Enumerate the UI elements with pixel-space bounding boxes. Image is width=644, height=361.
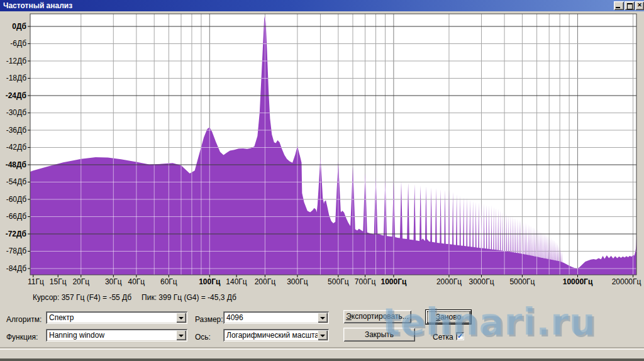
chevron-down-icon[interactable] xyxy=(176,313,186,323)
x-axis-label: 10000Гц xyxy=(563,277,593,286)
y-axis-label: -30Дб xyxy=(6,108,26,117)
plot-border xyxy=(30,14,636,275)
spectrum-chart[interactable]: 0Дб-6Дб-12Дб-18Дб-24Дб-30Дб-36Дб-42Дб-48… xyxy=(0,0,644,291)
x-axis-label: 300Гц xyxy=(287,277,308,286)
y-axis: 0Дб-6Дб-12Дб-18Дб-24Дб-30Дб-36Дб-42Дб-48… xyxy=(6,22,30,273)
y-axis-label: -12Дб xyxy=(6,57,26,65)
spectrum-area xyxy=(30,16,636,275)
gridlines-over-fill xyxy=(30,14,636,275)
x-axis-label: 20Гц xyxy=(72,277,89,286)
restore-button[interactable] xyxy=(625,1,635,10)
close-dialog-button[interactable]: Закрыть xyxy=(343,328,415,342)
y-axis-label: -36Дб xyxy=(6,126,26,135)
algorithm-label: Алгоритм: xyxy=(6,315,42,324)
cursor-readout: Курсор: 357 Гц (F4) = -55 Дб xyxy=(33,293,131,302)
axis-value: Логарифмический масштаб xyxy=(226,329,323,342)
x-axis-label: 5000Гц xyxy=(509,277,535,286)
axis-select[interactable]: Логарифмический масштаб xyxy=(223,329,329,342)
minimize-button[interactable] xyxy=(614,1,624,10)
x-axis-label: 3000Гц xyxy=(469,277,494,286)
y-axis-label: -60Дб xyxy=(6,195,26,204)
x-axis-label: 200Гц xyxy=(255,277,276,286)
x-axis-label: 100Гц xyxy=(199,277,221,286)
y-axis-label: -72Дб xyxy=(6,230,26,238)
y-axis-label: -78Дб xyxy=(6,247,26,255)
chevron-down-icon[interactable] xyxy=(318,313,328,323)
size-select[interactable]: 4096 xyxy=(223,311,329,324)
x-axis-label: 20000Гц xyxy=(612,277,641,286)
y-axis-label: -24Дб xyxy=(6,91,26,100)
grid-checkbox-label: Сетка xyxy=(433,333,453,342)
grid-checkbox[interactable]: ✓ xyxy=(456,332,464,340)
y-axis-label: 0Дб xyxy=(12,22,26,31)
export-button[interactable]: Экспортировать... xyxy=(343,310,411,323)
x-axis-label: 2000Гц xyxy=(436,277,462,286)
algorithm-value: Спектр xyxy=(49,311,74,324)
close-button[interactable]: ✕ xyxy=(635,1,644,10)
y-axis-label: -48Дб xyxy=(6,160,26,169)
x-axis-label: 1000Гц xyxy=(380,277,406,286)
size-label: Размер: xyxy=(195,315,223,324)
x-axis-label: 60Гц xyxy=(160,277,177,286)
y-axis-label: -84Дб xyxy=(6,264,26,273)
function-select[interactable]: Hanning window xyxy=(46,329,187,342)
x-axis: 11Гц15Гц20Гц30Гц40Гц60Гц100Гц140Гц200Гц3… xyxy=(28,275,641,286)
function-value: Hanning window xyxy=(49,329,104,342)
chevron-down-icon[interactable] xyxy=(318,330,328,340)
check-icon: ✓ xyxy=(457,332,463,340)
minimize-icon xyxy=(616,7,620,8)
window-bottom-edge xyxy=(0,358,644,361)
titlebar[interactable]: Частотный анализ ✕ xyxy=(0,0,644,11)
x-axis-label: 30Гц xyxy=(105,277,122,286)
status-line: Курсор: 357 Гц (F4) = -55 ДбПик: 399 Гц … xyxy=(33,293,247,302)
plot-background[interactable] xyxy=(30,14,636,275)
x-axis-label: 11Гц xyxy=(28,277,44,286)
peak-readout: Пик: 399 Гц (G4) = -45,3 Дб xyxy=(142,293,236,302)
x-axis-label: 700Гц xyxy=(355,277,376,286)
divider xyxy=(0,347,644,350)
y-axis-label: -66Дб xyxy=(6,212,26,221)
x-axis-label: 140Гц xyxy=(226,277,247,286)
function-label: Функция: xyxy=(6,333,38,342)
y-axis-label: -6Дб xyxy=(10,39,26,48)
chevron-down-icon[interactable] xyxy=(176,330,186,340)
size-value: 4096 xyxy=(226,311,243,324)
algorithm-select[interactable]: Спектр xyxy=(46,311,187,324)
y-axis-label: -18Дб xyxy=(6,74,26,82)
y-axis-label: -42Дб xyxy=(6,143,26,152)
window-title: Частотный анализ xyxy=(3,0,72,11)
redo-button[interactable]: Заново xyxy=(425,309,472,325)
restore-icon xyxy=(627,3,633,9)
x-axis-label: 500Гц xyxy=(328,277,349,286)
x-axis-label: 40Гц xyxy=(128,277,145,286)
y-axis-label: -54Дб xyxy=(6,177,26,186)
gridlines xyxy=(30,14,636,275)
frequency-analysis-window: Частотный анализ ✕ 0Дб-6Дб-12Дб-18Дб-24Д… xyxy=(0,0,644,361)
axis-label: Ось: xyxy=(195,333,211,342)
x-axis-label: 15Гц xyxy=(50,277,67,286)
